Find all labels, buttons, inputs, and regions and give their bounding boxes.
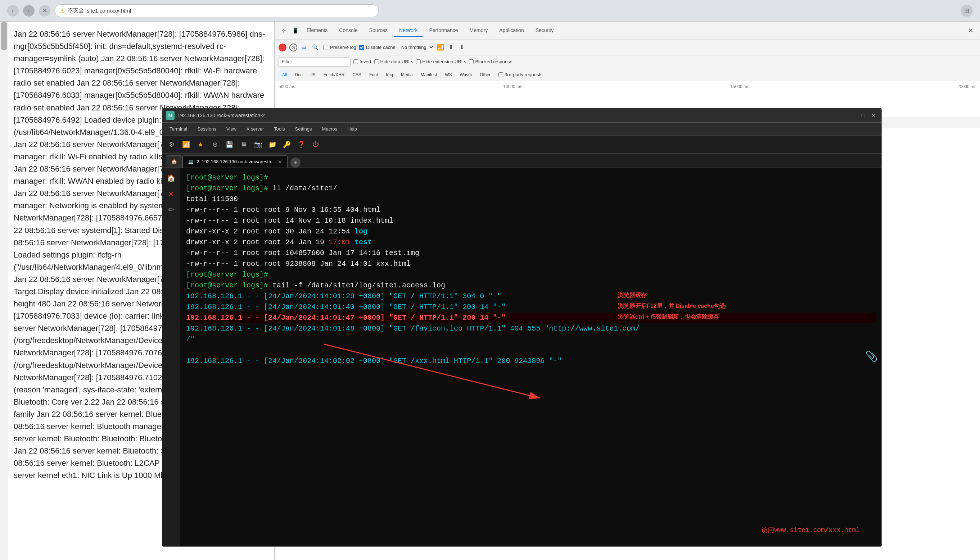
close-button[interactable]: ✕ — [869, 111, 878, 120]
timeline-label-15k: 15000 ms — [730, 84, 749, 89]
disable-cache-checkbox[interactable] — [359, 45, 364, 50]
type-btn-manifest[interactable]: Manifest — [417, 70, 441, 79]
terminal-body: 🏠 ✕ ✏ [root@server logs]# [root@server l… — [162, 168, 881, 546]
maximize-button[interactable]: □ — [858, 111, 867, 120]
wifi-icon-btn[interactable]: 📶 — [180, 139, 192, 150]
import-button[interactable]: ⬆ — [447, 43, 455, 52]
ssh-tab-title: 2. 192.168.126.130 rock-vmwaresta... — [197, 159, 275, 164]
type-btn-media[interactable]: Media — [397, 70, 416, 79]
forward-button[interactable]: › — [23, 5, 35, 17]
devtools-close-button[interactable]: ✕ — [965, 25, 977, 36]
hide-data-urls-checkbox[interactable] — [374, 59, 379, 64]
type-btn-all[interactable]: All — [279, 70, 290, 79]
filter-toggle-button[interactable]: ⧦ — [300, 43, 308, 52]
blocked-label[interactable]: Blocked response — [469, 59, 512, 64]
menu-help[interactable]: Help — [343, 125, 361, 133]
session-icon-btn[interactable]: 💾 — [224, 139, 235, 150]
devtools-toolbar: ⊹ 📱 Elements Console Sources Network Per… — [275, 22, 980, 40]
tab-sources[interactable]: Sources — [364, 24, 392, 37]
preserve-log-checkbox[interactable] — [323, 45, 328, 50]
scrollbar-thumb[interactable] — [1, 22, 7, 50]
disable-cache-text: Disable cache — [366, 45, 396, 50]
hide-ext-urls-label[interactable]: Hide extension URLs — [416, 59, 466, 64]
third-party-checkbox[interactable] — [498, 72, 503, 77]
term-line-access-5: 192.168.126.1 - - [24/Jan/2024:14:02:02 … — [186, 356, 876, 367]
disable-cache-label[interactable]: Disable cache — [359, 45, 396, 50]
menu-sessions[interactable]: Sessions — [193, 125, 220, 133]
type-btn-ws[interactable]: WS — [441, 70, 455, 79]
sidebar-close-icon[interactable]: ✕ — [165, 187, 178, 200]
address-bar[interactable]: ⚠ 不安全 site1.com/xxx.html — [55, 4, 379, 17]
clear-button[interactable]: ⊘ — [289, 43, 297, 52]
sidebar-home-icon[interactable]: 🏠 — [165, 172, 178, 185]
tab-ssh[interactable]: 💻 2. 192.168.126.130 rock-vmwaresta... ✕ — [182, 155, 287, 168]
translate-button[interactable]: ⊞ — [960, 5, 973, 17]
type-btn-fetch-xhr[interactable]: Fetch/XHR — [320, 70, 348, 79]
menu-settings[interactable]: Settings — [291, 125, 316, 133]
preserve-log-label[interactable]: Preserve log — [323, 45, 356, 50]
ssh-tab-icon: 💻 — [188, 159, 194, 164]
network-toolbar: ⊘ ⧦ 🔍 Preserve log Disable cache No thro… — [275, 40, 980, 55]
mobaxterm-titlebar: M 192.168.126.130 rock-vmwarestation-2 —… — [162, 108, 881, 123]
menu-view[interactable]: View — [222, 125, 241, 133]
blocked-checkbox[interactable] — [469, 59, 474, 64]
sidebar-edit-icon[interactable]: ✏ — [165, 203, 178, 216]
third-party-text: 3rd-party requests — [504, 72, 543, 77]
term-line-access-2: 192.168.126.1 - - [24/Jan/2024:14:01:40 … — [186, 302, 876, 313]
menu-terminal[interactable]: Terminal — [165, 125, 192, 133]
tab-elements[interactable]: Elements — [302, 24, 332, 37]
back-button[interactable]: ‹ — [7, 5, 19, 17]
tab-network[interactable]: Network — [394, 24, 422, 37]
record-button[interactable] — [279, 43, 287, 52]
term-line-6: drwxr-xr-x 2 root root 30 Jan 24 12:54 l… — [186, 226, 876, 237]
tab-memory[interactable]: Memory — [465, 24, 493, 37]
hide-ext-urls-checkbox[interactable] — [416, 59, 421, 64]
question-icon-btn[interactable]: ❓ — [296, 139, 307, 150]
search-button[interactable]: 🔍 — [311, 43, 320, 52]
folder-icon-btn[interactable]: 📁 — [267, 139, 278, 150]
tab-application[interactable]: Application — [494, 24, 529, 37]
filter-input[interactable] — [279, 57, 351, 67]
minimize-button[interactable]: — — [848, 111, 856, 120]
camera-icon-btn[interactable]: 📷 — [252, 139, 264, 150]
third-party-label[interactable]: 3rd-party requests — [498, 72, 543, 77]
star-icon-btn[interactable]: ★ — [195, 139, 206, 150]
tab-close-btn[interactable]: ✕ — [278, 159, 282, 165]
tab-home[interactable]: 🏠 — [166, 155, 182, 168]
tab-security[interactable]: Security — [531, 24, 559, 37]
attach-icon[interactable]: 📎 — [865, 350, 878, 365]
invert-checkbox[interactable] — [354, 59, 358, 64]
tab-performance[interactable]: Performance — [424, 24, 463, 37]
device-toolbar-button[interactable]: 📱 — [290, 25, 300, 36]
reload-button[interactable]: ✕ — [39, 5, 50, 17]
svg-line-1 — [324, 344, 540, 398]
filter-bar: Invert Hide data URLs Hide extension URL… — [275, 55, 980, 68]
export-button[interactable]: ⬇ — [458, 43, 466, 52]
key-icon-btn[interactable]: 🔑 — [281, 139, 292, 150]
power-icon-btn[interactable]: ⏻ — [310, 139, 321, 150]
menu-macros[interactable]: Macros — [318, 125, 342, 133]
invert-label[interactable]: Invert — [354, 59, 371, 64]
menu-xserver[interactable]: X server — [242, 125, 268, 133]
bookmark-icon-btn[interactable]: ⊕ — [209, 139, 220, 150]
type-btn-font[interactable]: Font — [366, 70, 381, 79]
inspect-element-button[interactable]: ⊹ — [279, 25, 289, 36]
type-btn-img[interactable]: Img — [382, 70, 397, 79]
type-btn-js[interactable]: JS — [307, 70, 319, 79]
type-btn-css[interactable]: CSS — [349, 70, 365, 79]
throttle-select[interactable]: No throttling — [398, 43, 434, 51]
display-icon-btn[interactable]: 🖥 — [238, 139, 249, 150]
type-btn-wasm[interactable]: Wasm — [456, 70, 476, 79]
type-btn-doc[interactable]: Doc — [291, 70, 306, 79]
scrollbar[interactable] — [0, 22, 8, 560]
type-btn-other[interactable]: Other — [476, 70, 494, 79]
url-text: site1.com/xxx.html — [87, 8, 131, 14]
mobaxterm-menubar: Terminal Sessions View X server Tools Se… — [162, 123, 881, 136]
settings-icon-btn[interactable]: ⚙ — [166, 139, 177, 150]
menu-tools[interactable]: Tools — [270, 125, 289, 133]
tab-console[interactable]: Console — [334, 24, 362, 37]
terminal-window: M 192.168.126.130 rock-vmwarestation-2 —… — [162, 108, 882, 547]
hide-data-urls-label[interactable]: Hide data URLs — [374, 59, 414, 64]
terminal-content[interactable]: [root@server logs]# [root@server logs]# … — [180, 168, 881, 546]
new-tab-button[interactable]: + — [290, 158, 301, 168]
